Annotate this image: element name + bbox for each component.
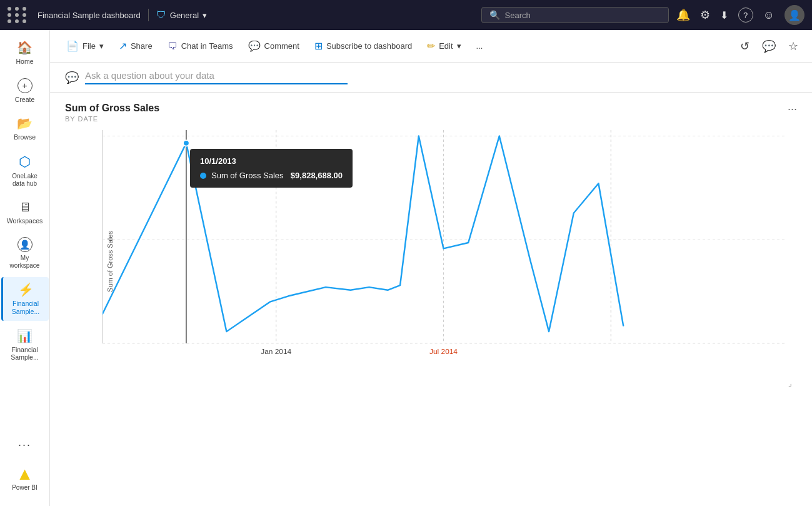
favorite-button[interactable]: ☆ — [784, 36, 802, 57]
financial1-icon: ⚡ — [18, 282, 34, 297]
workspace-selector[interactable]: 🛡 General ▾ — [156, 9, 207, 21]
svg-text:Jan 2014: Jan 2014 — [261, 347, 291, 355]
sidebar-item-financial2-label: Financial Sample... — [4, 346, 46, 362]
onelake-icon: ⬡ — [19, 154, 31, 170]
search-bar[interactable]: 🔍 — [481, 7, 669, 23]
pencil-icon: ✏ — [427, 40, 435, 52]
file-chevron-icon: ▾ — [99, 41, 104, 51]
chart-tooltip: 10/1/2013 Sum of Gross Sales $9,828,688.… — [190, 149, 353, 188]
emoji-button[interactable]: ☺ — [763, 9, 774, 22]
resize-handle[interactable]: ⌟ — [788, 379, 792, 388]
tooltip-value: $9,828,688.00 — [291, 171, 343, 180]
svg-point-13 — [183, 140, 189, 146]
subscribe-icon: ⊞ — [314, 40, 323, 52]
main-content: 📄 File ▾ ↗ Share 🗨 Chat in Teams 💬 Comme… — [50, 30, 812, 506]
chart-options-button[interactable]: ··· — [788, 103, 797, 116]
tooltip-date: 10/1/2013 — [200, 156, 343, 166]
help-button[interactable]: ? — [738, 8, 753, 23]
edit-chevron-icon: ▾ — [457, 41, 461, 51]
teams-icon: 🗨 — [168, 41, 178, 52]
comments-button[interactable]: 💬 — [758, 36, 779, 57]
powerbi-logo[interactable]: ▲ Power BI — [9, 459, 40, 496]
more-icon: ··· — [18, 438, 31, 452]
sidebar-item-browse-label: Browse — [14, 133, 36, 141]
tooltip-series-label: Sum of Gross Sales — [211, 171, 286, 180]
sidebar-item-create-label: Create — [15, 96, 35, 104]
sidebar-item-browse[interactable]: 📂 Browse — [1, 111, 49, 146]
tooltip-row: Sum of Gross Sales $9,828,688.00 — [200, 171, 343, 180]
top-bar: Financial Sample dashboard 🛡 General ▾ 🔍… — [0, 0, 812, 30]
workspace-label: General — [170, 11, 199, 20]
comment-button[interactable]: 💬 Comment — [242, 36, 306, 56]
sidebar-item-workspaces[interactable]: 🖥 Workspaces — [1, 195, 49, 230]
qa-bar: 💬 — [50, 63, 812, 93]
svg-text:Jul 2014: Jul 2014 — [429, 347, 458, 355]
main-layout: 🏠 Home + Create 📂 Browse ⬡ OneLakedata h… — [0, 30, 812, 506]
sidebar: 🏠 Home + Create 📂 Browse ⬡ OneLakedata h… — [0, 30, 50, 506]
y-axis-label: Sum of Gross Sales — [106, 224, 114, 299]
chart-area: Sum of Gross Sales BY DATE ··· 10/1/2013… — [50, 93, 812, 506]
chart-container[interactable]: 10/1/2013 Sum of Gross Sales $9,828,688.… — [65, 130, 797, 393]
sidebar-item-financial2[interactable]: 📊 Financial Sample... — [1, 323, 49, 367]
chart-subtitle: BY DATE — [65, 115, 797, 123]
toolbar: 📄 File ▾ ↗ Share 🗨 Chat in Teams 💬 Comme… — [50, 30, 812, 63]
sidebar-bottom: ··· ▲ Power BI — [1, 433, 49, 501]
toolbar-right: ↺ 💬 ☆ — [736, 36, 802, 57]
chart-title: Sum of Gross Sales — [65, 103, 797, 114]
sidebar-item-workspaces-label: Workspaces — [7, 217, 43, 225]
sidebar-item-onelake[interactable]: ⬡ OneLakedata hub — [1, 149, 49, 193]
file-icon: 📄 — [66, 40, 79, 52]
workspaces-icon: 🖥 — [19, 200, 31, 215]
search-icon: 🔍 — [489, 10, 500, 20]
create-icon: + — [18, 78, 33, 93]
subscribe-label: Subscribe to dashboard — [326, 41, 412, 51]
home-icon: 🏠 — [17, 40, 33, 55]
download-button[interactable]: ⬇ — [720, 9, 728, 21]
chat-label: Chat in Teams — [181, 41, 233, 51]
apps-grid-button[interactable] — [8, 7, 28, 23]
edit-label: Edit — [439, 41, 453, 51]
myworkspace-icon: 👤 — [18, 237, 33, 252]
sidebar-item-home[interactable]: 🏠 Home — [1, 35, 49, 71]
chat-in-teams-button[interactable]: 🗨 Chat in Teams — [161, 37, 239, 56]
sidebar-item-create[interactable]: + Create — [1, 73, 49, 109]
chevron-down-icon: ▾ — [203, 11, 207, 20]
search-input[interactable] — [505, 11, 661, 20]
sidebar-item-myworkspace-label: Myworkspace — [10, 255, 40, 270]
sidebar-item-onelake-label: OneLakedata hub — [12, 173, 38, 188]
powerbi-label: Power BI — [12, 484, 38, 491]
sidebar-more-button[interactable]: ··· — [1, 433, 49, 457]
avatar-icon: 👤 — [788, 9, 801, 21]
qa-input[interactable] — [85, 70, 348, 84]
financial2-icon: 📊 — [17, 328, 33, 343]
comment-icon: 💬 — [248, 40, 261, 52]
more-options-button[interactable]: ... — [470, 38, 489, 54]
top-bar-actions: 🔔 ⚙ ⬇ ? ☺ 👤 — [676, 5, 804, 25]
sidebar-item-myworkspace[interactable]: 👤 Myworkspace — [1, 232, 49, 275]
share-icon: ↗ — [119, 40, 127, 52]
powerbi-icon: ▲ — [16, 464, 34, 484]
tooltip-series-dot — [200, 173, 206, 179]
more-icon: ... — [476, 41, 483, 51]
sidebar-item-home-label: Home — [16, 58, 33, 66]
dashboard-title: Financial Sample dashboard — [38, 11, 141, 20]
sidebar-item-financial1[interactable]: ⚡ Financial Sample... — [1, 277, 49, 320]
avatar[interactable]: 👤 — [784, 5, 804, 25]
browse-icon: 📂 — [17, 116, 33, 131]
file-label: File — [83, 41, 96, 51]
refresh-button[interactable]: ↺ — [736, 36, 753, 57]
comment-label: Comment — [264, 41, 299, 51]
shield-icon: 🛡 — [156, 9, 166, 21]
qa-icon: 💬 — [65, 71, 79, 84]
title-divider — [148, 9, 149, 21]
share-label: Share — [131, 41, 153, 51]
settings-button[interactable]: ⚙ — [700, 8, 710, 22]
notification-bell-button[interactable]: 🔔 — [676, 8, 690, 22]
share-button[interactable]: ↗ Share — [113, 36, 159, 56]
sidebar-item-financial1-label: Financial Sample... — [6, 300, 46, 315]
edit-button[interactable]: ✏ Edit ▾ — [421, 36, 467, 56]
file-button[interactable]: 📄 File ▾ — [60, 36, 110, 56]
subscribe-button[interactable]: ⊞ Subscribe to dashboard — [308, 36, 418, 56]
